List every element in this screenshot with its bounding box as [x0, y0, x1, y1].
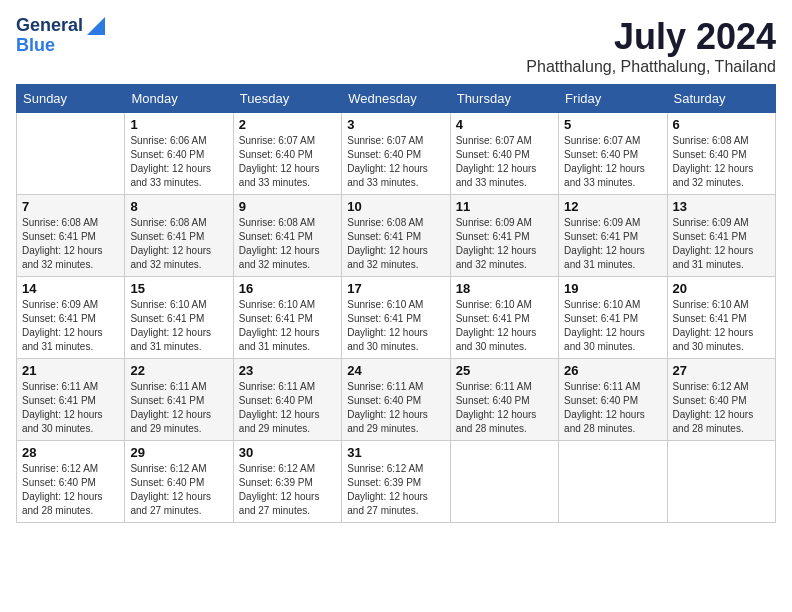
day-number: 18 [456, 281, 553, 296]
day-info: Sunrise: 6:11 AM Sunset: 6:41 PM Dayligh… [130, 380, 227, 436]
day-number: 21 [22, 363, 119, 378]
day-number: 16 [239, 281, 336, 296]
day-info: Sunrise: 6:08 AM Sunset: 6:41 PM Dayligh… [22, 216, 119, 272]
day-info: Sunrise: 6:09 AM Sunset: 6:41 PM Dayligh… [673, 216, 770, 272]
calendar-cell: 10Sunrise: 6:08 AM Sunset: 6:41 PM Dayli… [342, 195, 450, 277]
day-number: 2 [239, 117, 336, 132]
day-number: 25 [456, 363, 553, 378]
calendar-cell: 14Sunrise: 6:09 AM Sunset: 6:41 PM Dayli… [17, 277, 125, 359]
calendar-table: SundayMondayTuesdayWednesdayThursdayFrid… [16, 84, 776, 523]
calendar-week-2: 7Sunrise: 6:08 AM Sunset: 6:41 PM Daylig… [17, 195, 776, 277]
weekday-header-wednesday: Wednesday [342, 85, 450, 113]
day-info: Sunrise: 6:07 AM Sunset: 6:40 PM Dayligh… [564, 134, 661, 190]
month-title: July 2024 [526, 16, 776, 58]
calendar-cell: 31Sunrise: 6:12 AM Sunset: 6:39 PM Dayli… [342, 441, 450, 523]
day-number: 13 [673, 199, 770, 214]
calendar-cell [17, 113, 125, 195]
day-number: 9 [239, 199, 336, 214]
day-number: 7 [22, 199, 119, 214]
title-area: July 2024 Phatthalung, Phatthalung, Thai… [526, 16, 776, 76]
calendar-cell: 8Sunrise: 6:08 AM Sunset: 6:41 PM Daylig… [125, 195, 233, 277]
day-number: 19 [564, 281, 661, 296]
day-info: Sunrise: 6:12 AM Sunset: 6:40 PM Dayligh… [673, 380, 770, 436]
calendar-cell: 23Sunrise: 6:11 AM Sunset: 6:40 PM Dayli… [233, 359, 341, 441]
day-info: Sunrise: 6:08 AM Sunset: 6:40 PM Dayligh… [673, 134, 770, 190]
logo: General Blue [16, 16, 105, 56]
day-info: Sunrise: 6:09 AM Sunset: 6:41 PM Dayligh… [564, 216, 661, 272]
calendar-cell: 5Sunrise: 6:07 AM Sunset: 6:40 PM Daylig… [559, 113, 667, 195]
calendar-cell: 25Sunrise: 6:11 AM Sunset: 6:40 PM Dayli… [450, 359, 558, 441]
day-info: Sunrise: 6:12 AM Sunset: 6:40 PM Dayligh… [130, 462, 227, 518]
day-info: Sunrise: 6:12 AM Sunset: 6:40 PM Dayligh… [22, 462, 119, 518]
day-number: 29 [130, 445, 227, 460]
weekday-header-row: SundayMondayTuesdayWednesdayThursdayFrid… [17, 85, 776, 113]
calendar-cell: 3Sunrise: 6:07 AM Sunset: 6:40 PM Daylig… [342, 113, 450, 195]
day-info: Sunrise: 6:10 AM Sunset: 6:41 PM Dayligh… [347, 298, 444, 354]
calendar-week-5: 28Sunrise: 6:12 AM Sunset: 6:40 PM Dayli… [17, 441, 776, 523]
day-info: Sunrise: 6:11 AM Sunset: 6:40 PM Dayligh… [456, 380, 553, 436]
day-number: 20 [673, 281, 770, 296]
calendar-cell: 2Sunrise: 6:07 AM Sunset: 6:40 PM Daylig… [233, 113, 341, 195]
day-info: Sunrise: 6:09 AM Sunset: 6:41 PM Dayligh… [22, 298, 119, 354]
calendar-cell [450, 441, 558, 523]
calendar-cell: 15Sunrise: 6:10 AM Sunset: 6:41 PM Dayli… [125, 277, 233, 359]
calendar-cell: 11Sunrise: 6:09 AM Sunset: 6:41 PM Dayli… [450, 195, 558, 277]
day-number: 8 [130, 199, 227, 214]
day-info: Sunrise: 6:08 AM Sunset: 6:41 PM Dayligh… [239, 216, 336, 272]
calendar-cell: 22Sunrise: 6:11 AM Sunset: 6:41 PM Dayli… [125, 359, 233, 441]
day-info: Sunrise: 6:11 AM Sunset: 6:41 PM Dayligh… [22, 380, 119, 436]
day-info: Sunrise: 6:06 AM Sunset: 6:40 PM Dayligh… [130, 134, 227, 190]
calendar-cell: 6Sunrise: 6:08 AM Sunset: 6:40 PM Daylig… [667, 113, 775, 195]
logo-general: General [16, 16, 83, 36]
day-number: 14 [22, 281, 119, 296]
day-number: 1 [130, 117, 227, 132]
calendar-week-1: 1Sunrise: 6:06 AM Sunset: 6:40 PM Daylig… [17, 113, 776, 195]
day-number: 31 [347, 445, 444, 460]
location-title: Phatthalung, Phatthalung, Thailand [526, 58, 776, 76]
day-number: 24 [347, 363, 444, 378]
day-number: 11 [456, 199, 553, 214]
day-number: 27 [673, 363, 770, 378]
day-info: Sunrise: 6:08 AM Sunset: 6:41 PM Dayligh… [347, 216, 444, 272]
calendar-week-4: 21Sunrise: 6:11 AM Sunset: 6:41 PM Dayli… [17, 359, 776, 441]
calendar-cell: 26Sunrise: 6:11 AM Sunset: 6:40 PM Dayli… [559, 359, 667, 441]
weekday-header-saturday: Saturday [667, 85, 775, 113]
day-info: Sunrise: 6:08 AM Sunset: 6:41 PM Dayligh… [130, 216, 227, 272]
calendar-cell [667, 441, 775, 523]
logo-icon [87, 17, 105, 35]
day-number: 3 [347, 117, 444, 132]
calendar-cell: 17Sunrise: 6:10 AM Sunset: 6:41 PM Dayli… [342, 277, 450, 359]
day-info: Sunrise: 6:10 AM Sunset: 6:41 PM Dayligh… [130, 298, 227, 354]
logo-blue: Blue [16, 36, 55, 56]
day-number: 23 [239, 363, 336, 378]
calendar-cell: 24Sunrise: 6:11 AM Sunset: 6:40 PM Dayli… [342, 359, 450, 441]
day-number: 30 [239, 445, 336, 460]
day-number: 28 [22, 445, 119, 460]
calendar-cell: 4Sunrise: 6:07 AM Sunset: 6:40 PM Daylig… [450, 113, 558, 195]
svg-marker-0 [87, 17, 105, 35]
calendar-cell: 30Sunrise: 6:12 AM Sunset: 6:39 PM Dayli… [233, 441, 341, 523]
day-info: Sunrise: 6:07 AM Sunset: 6:40 PM Dayligh… [456, 134, 553, 190]
day-info: Sunrise: 6:11 AM Sunset: 6:40 PM Dayligh… [564, 380, 661, 436]
day-info: Sunrise: 6:07 AM Sunset: 6:40 PM Dayligh… [239, 134, 336, 190]
day-number: 17 [347, 281, 444, 296]
calendar-cell: 29Sunrise: 6:12 AM Sunset: 6:40 PM Dayli… [125, 441, 233, 523]
day-info: Sunrise: 6:10 AM Sunset: 6:41 PM Dayligh… [673, 298, 770, 354]
day-info: Sunrise: 6:09 AM Sunset: 6:41 PM Dayligh… [456, 216, 553, 272]
day-number: 10 [347, 199, 444, 214]
day-info: Sunrise: 6:10 AM Sunset: 6:41 PM Dayligh… [239, 298, 336, 354]
day-number: 5 [564, 117, 661, 132]
day-info: Sunrise: 6:07 AM Sunset: 6:40 PM Dayligh… [347, 134, 444, 190]
calendar-cell: 18Sunrise: 6:10 AM Sunset: 6:41 PM Dayli… [450, 277, 558, 359]
day-info: Sunrise: 6:11 AM Sunset: 6:40 PM Dayligh… [347, 380, 444, 436]
page-header: General Blue July 2024 Phatthalung, Phat… [16, 16, 776, 76]
day-info: Sunrise: 6:12 AM Sunset: 6:39 PM Dayligh… [239, 462, 336, 518]
day-number: 4 [456, 117, 553, 132]
calendar-cell: 20Sunrise: 6:10 AM Sunset: 6:41 PM Dayli… [667, 277, 775, 359]
day-info: Sunrise: 6:11 AM Sunset: 6:40 PM Dayligh… [239, 380, 336, 436]
calendar-cell: 7Sunrise: 6:08 AM Sunset: 6:41 PM Daylig… [17, 195, 125, 277]
day-info: Sunrise: 6:12 AM Sunset: 6:39 PM Dayligh… [347, 462, 444, 518]
day-number: 12 [564, 199, 661, 214]
weekday-header-sunday: Sunday [17, 85, 125, 113]
calendar-cell: 27Sunrise: 6:12 AM Sunset: 6:40 PM Dayli… [667, 359, 775, 441]
